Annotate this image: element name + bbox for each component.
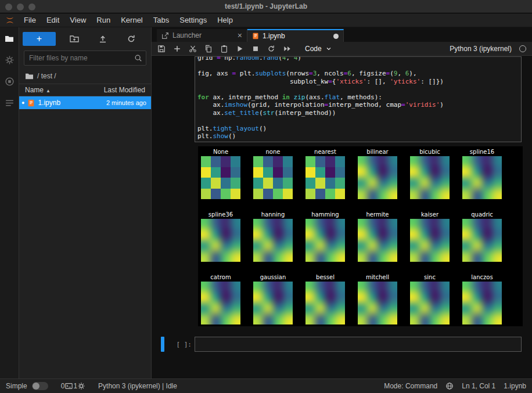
- filter-files-box: [24, 51, 146, 66]
- tab-launcher-label: Launcher: [172, 31, 202, 39]
- kernel-status-text[interactable]: Python 3 (ipykernel) | Idle: [98, 382, 177, 390]
- subplot: catrom: [201, 273, 240, 325]
- restart-run-all-icon[interactable]: [283, 45, 292, 53]
- active-filename: 1.ipynb: [504, 382, 526, 390]
- table-of-contents-icon[interactable]: [5, 98, 15, 108]
- refresh-icon[interactable]: [127, 34, 136, 44]
- subplot-image: [462, 156, 502, 199]
- menubar: File Edit View Run Kernel Tabs Settings …: [0, 13, 532, 27]
- menu-help[interactable]: Help: [212, 13, 238, 27]
- file-browser-panel: +: [19, 27, 152, 378]
- new-folder-icon[interactable]: [70, 34, 79, 44]
- code-editor[interactable]: grid = np.random.rand(4, 4) fig, axs = p…: [197, 56, 519, 140]
- output-figure: Nonenonenearestbilinearbicubicspline16sp…: [198, 146, 523, 326]
- window-minimize-button[interactable]: [17, 3, 24, 10]
- subplot-title: mitchell: [366, 273, 389, 281]
- subplot-title: bessel: [316, 273, 335, 281]
- status-bar: Simple 0 1 Python 3 (ipykernel) | Idle M…: [0, 378, 532, 393]
- add-cell-icon[interactable]: [173, 45, 181, 53]
- subplot: bicubic: [410, 148, 450, 199]
- tab-bar: Launcher × 1.ipynb: [152, 27, 532, 42]
- subplot: none: [253, 148, 293, 199]
- subplot-image: [410, 282, 450, 325]
- code-line: for ax, interp_method in zip(axs.flat, m…: [197, 93, 519, 102]
- empty-cell: [ ]:: [161, 337, 522, 352]
- code-line: ax.set_title(str(interp_method)): [197, 109, 519, 117]
- subplot-image: [462, 219, 502, 262]
- subplot-title: sinc: [424, 273, 436, 281]
- globe-icon[interactable]: [445, 382, 454, 390]
- kernel-gear-icon[interactable]: [77, 382, 85, 390]
- subplot-title: catrom: [210, 273, 231, 281]
- file-modified: 2 minutes ago: [106, 99, 146, 106]
- simple-mode-toggle[interactable]: [32, 382, 48, 390]
- terminal-icon[interactable]: [64, 382, 73, 390]
- paste-icon[interactable]: [220, 45, 228, 53]
- menu-edit[interactable]: Edit: [41, 13, 64, 27]
- window-close-button[interactable]: [5, 3, 12, 10]
- window-zoom-button[interactable]: [28, 3, 35, 10]
- filter-files-input[interactable]: [24, 51, 146, 66]
- menu-view[interactable]: View: [64, 13, 91, 27]
- file-row[interactable]: ● 1.ipynb 2 minutes ago: [19, 96, 151, 109]
- tab-close-icon[interactable]: ×: [238, 31, 242, 39]
- jupyterlab-window: test/1.ipynb - JupyterLab File Edit View…: [0, 0, 532, 393]
- subplot-image: [253, 282, 293, 325]
- subplot-title: kaiser: [421, 211, 438, 218]
- figure-grid: Nonenonenearestbilinearbicubicspline16sp…: [198, 146, 523, 325]
- code-cell[interactable]: grid = np.random.rand(4, 4) fig, axs = p…: [195, 56, 522, 142]
- property-inspector-gear-icon[interactable]: [5, 55, 15, 65]
- menu-run[interactable]: Run: [91, 13, 116, 27]
- cut-icon[interactable]: [189, 45, 197, 53]
- subplot-image: [410, 219, 450, 262]
- home-folder-icon[interactable]: [25, 73, 34, 80]
- subplot-title: nearest: [314, 148, 336, 156]
- chevron-down-icon: [325, 45, 332, 52]
- code-line: plt.show(): [197, 132, 519, 140]
- subplot: mitchell: [358, 273, 397, 325]
- subplot-title: spline36: [209, 211, 233, 218]
- column-name[interactable]: Name▲: [25, 86, 51, 94]
- restart-kernel-icon[interactable]: [267, 45, 275, 53]
- upload-icon[interactable]: [98, 34, 107, 44]
- tab-launcher[interactable]: Launcher ×: [157, 29, 247, 42]
- toggle-knob: [33, 383, 39, 390]
- subplot-image: [305, 156, 345, 199]
- code-line: plt.tight_layout(): [197, 125, 519, 133]
- menu-kernel[interactable]: Kernel: [116, 13, 148, 27]
- notebook-toolbar: Code Python 3 (ipykernel): [152, 42, 532, 56]
- new-launcher-button[interactable]: +: [23, 32, 56, 46]
- file-browser-toolbar: +: [19, 27, 151, 49]
- menu-settings[interactable]: Settings: [174, 13, 212, 27]
- tab-dirty-indicator[interactable]: [333, 34, 339, 39]
- menu-tabs[interactable]: Tabs: [148, 13, 174, 27]
- subplot-image: [410, 156, 450, 199]
- breadcrumb[interactable]: / test /: [19, 70, 151, 84]
- kernel-running-dot: ●: [21, 100, 24, 106]
- activity-bar: [0, 27, 19, 378]
- run-icon[interactable]: [236, 45, 244, 53]
- subplot: spline36: [201, 211, 240, 262]
- traffic-lights: [5, 3, 40, 10]
- subplot-title: lanczos: [471, 273, 493, 281]
- subplot-image: [253, 156, 293, 199]
- kernel-status-icon[interactable]: [519, 45, 526, 52]
- running-sessions-icon[interactable]: [5, 77, 15, 86]
- cursor-position[interactable]: Ln 1, Col 1: [462, 382, 495, 390]
- subplot: hanning: [253, 211, 293, 262]
- menu-file[interactable]: File: [19, 13, 41, 27]
- subplot-image: [358, 156, 397, 199]
- stop-icon[interactable]: [251, 45, 260, 53]
- column-last-modified[interactable]: Last Modified: [104, 86, 145, 94]
- kernel-name[interactable]: Python 3 (ipykernel): [450, 45, 512, 53]
- code-line: fig, axs = plt.subplots(nrows=3, ncols=6…: [197, 70, 519, 78]
- copy-icon[interactable]: [204, 45, 213, 53]
- save-icon[interactable]: [157, 45, 166, 53]
- subplot: spline16: [462, 148, 502, 199]
- tab-notebook[interactable]: 1.ipynb: [247, 29, 344, 42]
- cell-type-dropdown[interactable]: Code: [305, 45, 332, 53]
- cell-input[interactable]: [195, 337, 522, 352]
- subplot: sinc: [410, 273, 450, 325]
- file-browser-icon[interactable]: [4, 34, 15, 44]
- code-line: subplot_kw={'xticks': [], 'yticks': []}): [197, 78, 519, 86]
